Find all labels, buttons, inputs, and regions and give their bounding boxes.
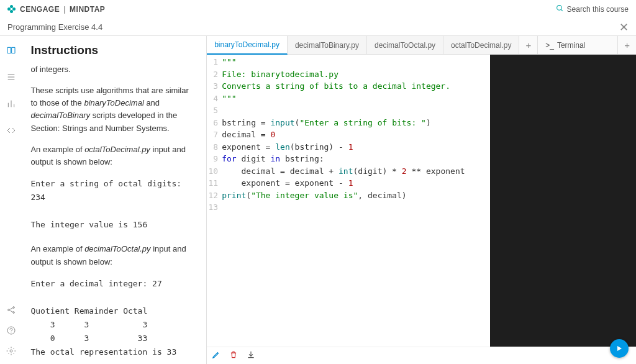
help-icon[interactable]	[6, 325, 16, 337]
search-placeholder: Search this course	[567, 5, 629, 14]
brand-separator: |	[63, 5, 66, 14]
instructions-icon[interactable]	[6, 45, 16, 57]
svg-line-1	[561, 9, 563, 11]
page-title: Programming Exercise 4.4	[7, 22, 102, 32]
delete-icon[interactable]	[229, 350, 238, 361]
svg-point-9	[12, 307, 14, 309]
code-content[interactable]: """File: binarytodecimal.pyConverts a st…	[222, 56, 490, 347]
svg-point-0	[556, 6, 561, 11]
file-tab[interactable]: decimalToBinary.py	[288, 36, 367, 54]
cengage-logo-icon	[7, 5, 16, 14]
brand-logo-group: CENGAGE | MINDTAP	[7, 5, 105, 14]
chart-icon[interactable]	[6, 99, 16, 111]
svg-point-15	[10, 350, 12, 352]
terminal-tab[interactable]: >_ Terminal	[537, 36, 618, 54]
instruction-paragraph: of integers.	[30, 63, 194, 76]
checklist-icon[interactable]	[6, 72, 16, 84]
example-output-block: Enter a string of octal digits: 234 The …	[30, 177, 194, 232]
download-icon[interactable]	[247, 350, 255, 361]
editor-area: binaryToDecimal.pydecimalToBinary.pydeci…	[207, 36, 636, 364]
file-tab[interactable]: binaryToDecimal.py	[207, 36, 288, 55]
close-icon[interactable]: ✕	[619, 20, 629, 34]
example-output-block: Enter a decimal integer: 27 Quotient Rem…	[30, 277, 194, 360]
search-icon	[556, 4, 564, 14]
new-terminal-button[interactable]: +	[618, 40, 636, 50]
line-numbers: 12345678910111213	[207, 56, 222, 347]
svg-line-11	[9, 308, 12, 310]
editor-toolbar	[207, 347, 636, 364]
activity-icon-column	[0, 36, 22, 364]
code-icon[interactable]	[6, 125, 16, 137]
new-tab-button[interactable]: +	[519, 40, 537, 50]
search-group[interactable]: Search this course	[556, 4, 629, 14]
instruction-paragraph: An example of decimalToOctal.py input an…	[30, 243, 194, 268]
code-editor[interactable]: 12345678910111213 """File: binarytodecim…	[207, 55, 490, 347]
brand-name-1: CENGAGE	[20, 5, 60, 14]
instruction-paragraph: An example of octalToDecimal.py input an…	[30, 143, 194, 168]
file-tab[interactable]: decimalToOctal.py	[367, 36, 443, 54]
terminal-prompt-icon: >_	[545, 41, 554, 50]
edit-icon[interactable]	[212, 350, 220, 361]
svg-point-10	[12, 312, 14, 314]
instruction-paragraph: These scripts use algorithms that are si…	[30, 84, 194, 135]
brand-name-2: MINDTAP	[70, 5, 105, 14]
svg-point-13	[7, 327, 15, 334]
instructions-panel: Instructions of integers. These scripts …	[22, 36, 207, 364]
instructions-heading: Instructions	[30, 43, 194, 57]
svg-point-8	[7, 309, 9, 311]
svg-line-12	[9, 311, 12, 312]
settings-icon[interactable]	[6, 346, 16, 358]
editor-tabs: binaryToDecimal.pydecimalToBinary.pydeci…	[207, 36, 636, 55]
terminal-tab-label: Terminal	[557, 41, 585, 50]
run-button[interactable]	[610, 339, 629, 358]
share-icon[interactable]	[6, 305, 16, 317]
file-tab[interactable]: octalToDecimal.py	[443, 36, 519, 54]
terminal-panel[interactable]	[490, 55, 636, 347]
